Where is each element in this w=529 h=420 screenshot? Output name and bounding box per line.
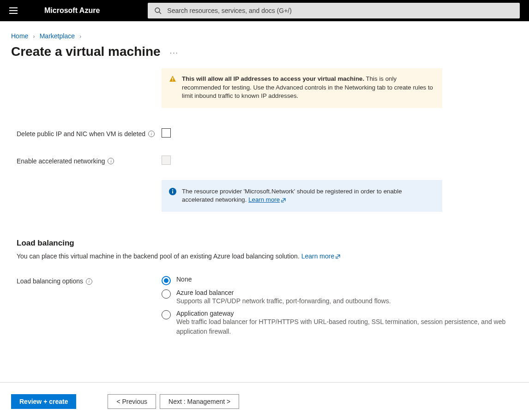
global-search[interactable] (148, 3, 520, 18)
radio-desc-agw: Web traffic load balancer for HTTP/HTTPS… (176, 317, 518, 336)
breadcrumb: Home › Marketplace › (0, 21, 529, 42)
delete-public-ip-checkbox[interactable] (162, 128, 171, 138)
breadcrumb-marketplace[interactable]: Marketplace (40, 32, 75, 40)
breadcrumb-home[interactable]: Home (11, 32, 28, 40)
svg-point-6 (172, 189, 173, 190)
radio-label-alb: Azure load balancer (176, 289, 518, 296)
svg-line-1 (159, 12, 161, 14)
field-load-balancing-options: Load balancing options i None Azure load… (17, 276, 518, 340)
chevron-right-icon: › (33, 33, 35, 40)
page-title-row: Create a virtual machine ··· (0, 42, 529, 68)
brand-title: Microsoft Azure (44, 6, 100, 15)
field-delete-public-ip: Delete public IP and NIC when VM is dele… (17, 128, 518, 139)
svg-rect-2 (172, 78, 173, 80)
info-banner: The resource provider 'Microsoft.Network… (162, 180, 442, 212)
info-icon[interactable]: i (148, 131, 155, 137)
radio-label-agw: Application gateway (176, 310, 518, 317)
radio-desc-alb: Supports all TCP/UDP network traffic, po… (176, 296, 518, 306)
info-icon[interactable]: i (86, 278, 92, 285)
external-link-icon (335, 254, 341, 259)
accelerated-networking-label: Enable accelerated networking (17, 156, 105, 166)
svg-rect-5 (172, 191, 173, 193)
warning-text-bold: This will allow all IP addresses to acce… (182, 75, 364, 82)
field-accelerated-networking: Enable accelerated networking i (17, 156, 518, 166)
hamburger-menu-icon[interactable] (9, 6, 18, 15)
wizard-footer: Review + create < Previous Next : Manage… (0, 382, 529, 420)
info-learn-more-link[interactable]: Learn more (248, 196, 286, 203)
radio-input-agw[interactable] (162, 310, 171, 319)
search-icon (154, 7, 162, 14)
load-balancing-desc: You can place this virtual machine in th… (17, 252, 301, 260)
load-balancing-heading: Load balancing (17, 239, 518, 248)
review-create-button[interactable]: Review + create (11, 394, 76, 409)
chevron-right-icon: › (79, 33, 81, 40)
radio-label-none: None (176, 276, 518, 283)
global-header: Microsoft Azure (0, 0, 529, 21)
radio-input-alb[interactable] (162, 289, 171, 299)
warning-banner: This will allow all IP addresses to acce… (162, 68, 442, 108)
delete-public-ip-label: Delete public IP and NIC when VM is dele… (17, 129, 145, 139)
svg-point-0 (155, 8, 160, 12)
info-text: The resource provider 'Microsoft.Network… (182, 188, 402, 204)
radio-option-none[interactable]: None (162, 276, 518, 285)
page-title: Create a virtual machine (11, 44, 161, 59)
main-content: This will allow all IP addresses to acce… (0, 68, 529, 349)
external-link-icon (281, 198, 286, 203)
info-circle-icon (169, 188, 176, 195)
radio-option-alb[interactable]: Azure load balancer Supports all TCP/UDP… (162, 289, 518, 306)
load-balancing-options-label: Load balancing options (17, 276, 83, 286)
svg-rect-3 (172, 80, 173, 81)
warning-icon (169, 75, 176, 83)
previous-button[interactable]: < Previous (108, 394, 156, 409)
search-input[interactable] (167, 7, 513, 14)
radio-input-none[interactable] (162, 276, 171, 285)
next-button[interactable]: Next : Management > (160, 394, 239, 409)
accelerated-networking-checkbox (162, 156, 171, 165)
info-icon[interactable]: i (108, 158, 114, 164)
load-balancing-learn-more-link[interactable]: Learn more (301, 252, 341, 260)
more-actions-icon[interactable]: ··· (170, 49, 179, 57)
radio-option-agw[interactable]: Application gateway Web traffic load bal… (162, 310, 518, 336)
